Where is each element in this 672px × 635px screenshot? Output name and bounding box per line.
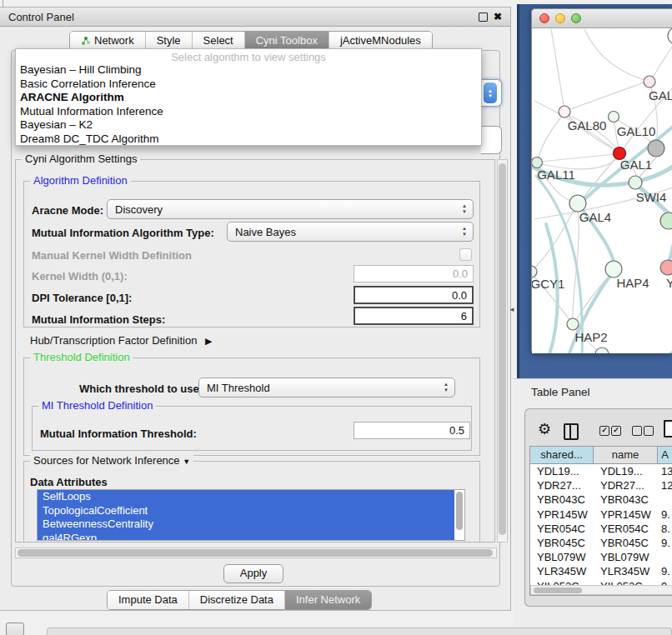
tab-discretize-data[interactable]: Discretize Data bbox=[189, 591, 285, 609]
aracne-mode-select[interactable]: Discovery ▲▼ bbox=[107, 199, 474, 219]
mi-type-select[interactable]: Naive Bayes ▲▼ bbox=[227, 222, 474, 242]
table-row[interactable]: YDL19...YDL19...13 bbox=[530, 464, 672, 478]
column-header-a[interactable]: A bbox=[658, 447, 672, 463]
table-cell[interactable] bbox=[658, 550, 672, 564]
tab-cyni-toolbox[interactable]: Cyni Toolbox bbox=[245, 32, 329, 50]
table-cell[interactable]: YBR045C bbox=[594, 536, 658, 550]
scrollbar-thumb[interactable] bbox=[456, 492, 463, 530]
collapsed-panel-button[interactable] bbox=[6, 622, 24, 635]
apply-button[interactable]: Apply bbox=[223, 564, 283, 583]
dpi-tolerance-field[interactable]: 0.0 bbox=[354, 286, 474, 304]
network-node-hap4[interactable] bbox=[605, 261, 622, 278]
table-cell[interactable]: 13 bbox=[658, 464, 672, 478]
table-cell[interactable]: YER054C bbox=[594, 522, 658, 536]
algorithm-option-dream8-dc-tdc-algorithm[interactable]: Dream8 DC_TDC Algorithm bbox=[16, 132, 481, 147]
sources-title[interactable]: Sources for Network Inference ▼ bbox=[30, 454, 193, 467]
panel-collapse-icon[interactable]: ◄ bbox=[509, 306, 515, 313]
float-icon[interactable] bbox=[479, 12, 488, 22]
table-cell[interactable]: 12 bbox=[658, 478, 672, 492]
table-row[interactable]: YPR145WYPR145W9. bbox=[530, 508, 672, 522]
minimize-light-icon[interactable] bbox=[555, 13, 565, 23]
table-cell[interactable]: YDR27... bbox=[530, 478, 594, 492]
table-cell[interactable]: YBL079W bbox=[594, 550, 658, 564]
network-node-gal11[interactable] bbox=[532, 158, 543, 168]
scrollbar-thumb[interactable] bbox=[18, 549, 493, 557]
network-node[interactable] bbox=[595, 348, 609, 353]
table-cell[interactable]: YBR043C bbox=[530, 492, 594, 507]
hub-definition-toggle[interactable]: Hub/Transcription Factor Definition ▶ bbox=[30, 334, 212, 347]
close-light-icon[interactable] bbox=[539, 13, 549, 23]
tab-select[interactable]: Select bbox=[193, 32, 245, 50]
checked-pair-icon[interactable]: ✓ bbox=[611, 426, 621, 436]
table-cell[interactable]: 9. bbox=[658, 508, 672, 522]
table-row[interactable]: YBL079WYBL079W bbox=[530, 550, 672, 564]
table-cell[interactable]: YPR145W bbox=[594, 508, 658, 522]
network-node-hap2[interactable] bbox=[567, 318, 579, 330]
table-cell[interactable]: YDL19... bbox=[530, 464, 594, 478]
table-cell[interactable]: YBR045C bbox=[530, 536, 594, 550]
network-node[interactable] bbox=[660, 212, 672, 229]
tab-style[interactable]: Style bbox=[146, 32, 193, 50]
tab-network[interactable]: Network bbox=[70, 32, 146, 50]
settings-vertical-scrollbar[interactable] bbox=[497, 159, 508, 542]
tab-jactivemnodules[interactable]: jActiveMNodules bbox=[329, 32, 432, 50]
zoom-light-icon[interactable] bbox=[571, 13, 581, 23]
algorithm-option-bayesian-hill-climbing[interactable]: Bayesian – Hill Climbing bbox=[16, 63, 481, 78]
network-node-gcy1[interactable] bbox=[532, 266, 537, 278]
list-scrollbar[interactable] bbox=[455, 492, 464, 538]
table-cell[interactable]: 9. bbox=[658, 564, 672, 578]
table-cell[interactable]: YDR27... bbox=[594, 478, 658, 492]
scrollbar-thumb[interactable] bbox=[499, 163, 506, 535]
unchecked-pair-icon[interactable] bbox=[644, 426, 654, 436]
settings-horizontal-scrollbar[interactable] bbox=[15, 548, 497, 558]
algorithm-option-mutual-information-inference[interactable]: Mutual Information Inference bbox=[16, 105, 481, 119]
mi-threshold-field[interactable]: 0.5 bbox=[354, 422, 470, 439]
table-row[interactable]: YER054CYER054C8. bbox=[530, 522, 672, 536]
close-icon[interactable]: ✖ bbox=[494, 12, 502, 21]
table-horizontal-scrollbar[interactable] bbox=[530, 585, 672, 595]
tab-impute-data[interactable]: Impute Data bbox=[108, 591, 189, 609]
table-cell[interactable]: YBL079W bbox=[530, 550, 594, 564]
network-node-y[interactable] bbox=[660, 260, 672, 275]
table-cell[interactable]: 8. bbox=[658, 522, 672, 536]
network-node[interactable] bbox=[668, 28, 672, 44]
table-row[interactable]: YBR045CYBR045C9. bbox=[530, 536, 672, 550]
table-cell[interactable]: YPR145W bbox=[530, 508, 594, 522]
network-combobox-fragment[interactable] bbox=[481, 126, 502, 154]
table-row[interactable]: YDR27...YDR27...12 bbox=[530, 478, 672, 492]
document-icon[interactable] bbox=[664, 420, 672, 438]
data-attributes-list[interactable]: SelfLoopsTopologicalCoefficientBetweenne… bbox=[37, 489, 465, 541]
scrollbar-thumb[interactable] bbox=[534, 588, 582, 593]
mi-steps-field[interactable]: 6 bbox=[354, 307, 474, 325]
column-header-shared[interactable]: shared... bbox=[530, 447, 594, 463]
table-row[interactable]: YLR345WYLR345W9. bbox=[530, 564, 672, 578]
manual-kernel-checkbox[interactable] bbox=[459, 248, 472, 261]
which-threshold-select[interactable]: MI Threshold ▲▼ bbox=[198, 378, 455, 398]
columns-icon[interactable] bbox=[564, 423, 579, 440]
table-cell[interactable] bbox=[658, 492, 672, 507]
attribute-item-gal4rgexp[interactable]: gal4RGexp bbox=[38, 532, 454, 542]
algorithm-option-bayesian-k2[interactable]: Bayesian – K2 bbox=[16, 118, 481, 132]
tab-infer-network[interactable]: Infer Network bbox=[285, 591, 371, 609]
table-row[interactable]: YBR043CYBR043C bbox=[530, 492, 672, 507]
kernel-width-field[interactable]: 0.0 bbox=[354, 265, 474, 282]
network-canvas[interactable]: GALGAL80GAL10GAL1GAL11SWI4GAL4GCY1HAP4YH… bbox=[532, 28, 672, 353]
attribute-item-selfloops[interactable]: SelfLoops bbox=[38, 490, 454, 504]
algorithm-option-basic-correlation-inference[interactable]: Basic Correlation Inference bbox=[16, 78, 481, 92]
column-header-name[interactable]: name bbox=[594, 447, 658, 463]
attribute-item-betweennesscentrality[interactable]: BetweennessCentrality bbox=[38, 518, 454, 532]
table-cell[interactable]: YLR345W bbox=[530, 564, 594, 578]
checked-pair-icon[interactable]: ✓ bbox=[599, 426, 609, 436]
network-node-gal[interactable] bbox=[644, 76, 655, 88]
gear-icon[interactable]: ⚙ bbox=[538, 422, 551, 437]
network-node-gal4[interactable] bbox=[569, 195, 586, 212]
attribute-item-topologicalcoefficient[interactable]: TopologicalCoefficient bbox=[38, 504, 454, 518]
table-cell[interactable]: YDL19... bbox=[594, 464, 658, 478]
network-node-swi4[interactable] bbox=[629, 176, 642, 189]
network-node[interactable] bbox=[648, 140, 664, 157]
algorithm-combobox-fragment[interactable]: ▲▼ bbox=[481, 79, 502, 107]
algorithm-option-aracne-algorithm[interactable]: ARACNE Algorithm bbox=[16, 91, 481, 105]
network-node-gal10[interactable] bbox=[609, 112, 619, 122]
unchecked-pair-icon[interactable] bbox=[632, 426, 642, 436]
table-cell[interactable]: YBR043C bbox=[594, 492, 658, 507]
